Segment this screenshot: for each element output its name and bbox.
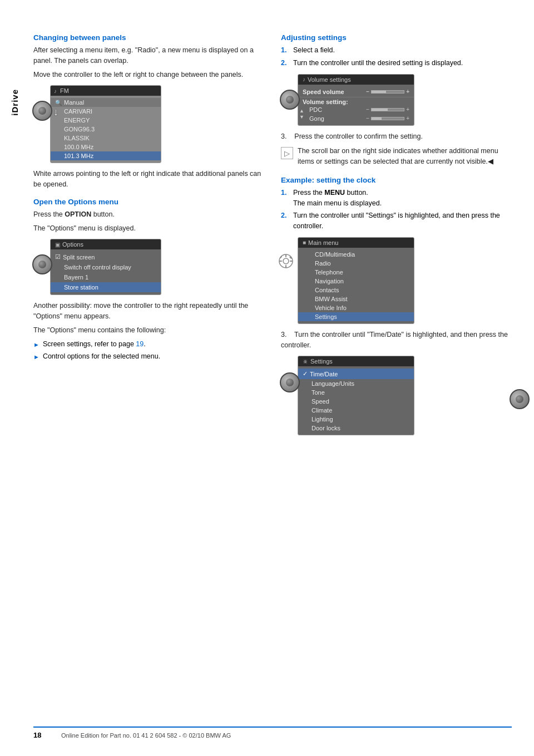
section-adjusting-settings: Adjusting settings 1. Select a field. 2.…	[281, 33, 512, 167]
page-link-19[interactable]: 19	[136, 340, 144, 348]
fm-manual: Manual	[64, 99, 84, 106]
volume-icon: ♪	[303, 76, 305, 82]
clock-step-num-2: 2.	[281, 210, 289, 232]
checkbox-icon: ☑	[55, 253, 61, 261]
volume-header: ♪ Volume settings	[298, 75, 414, 85]
heading-adjusting-settings: Adjusting settings	[281, 33, 512, 42]
options-screen-header: ▣ Options	[51, 239, 161, 249]
step-3-text: 3. Press the controller to confirm the s…	[281, 131, 512, 142]
clock-step-text-1: Press the MENU button.The main menu is d…	[293, 188, 382, 209]
clock-step-text-2: Turn the controller until "Settings" is …	[293, 210, 512, 232]
menu-item-contacts: Contacts	[298, 286, 414, 294]
menu-bold: MENU	[324, 189, 345, 197]
menu-item-settings: Settings	[298, 312, 414, 321]
settings-item-lang: Language/Units	[298, 379, 414, 388]
bullet-item-screen: ► Screen settings, refer to page 19.	[33, 339, 264, 350]
fm-header-label: FM	[60, 87, 69, 94]
speed-volume-row: Speed volume − +	[298, 87, 414, 97]
options-item-split: ☑ Split screen	[51, 252, 161, 262]
para-changing-2: Move the controller to the left or right…	[33, 70, 264, 80]
options-screen-body: ☑ Split screen Switch off control displa…	[51, 249, 161, 294]
bullet-text-screen: Screen settings, refer to page 19.	[43, 339, 146, 350]
volume-header-label: Volume settings	[308, 76, 351, 83]
step-2: 2. Turn the controller until the desired…	[281, 58, 512, 68]
list-item: GONG96.3	[51, 125, 161, 134]
controller-graphic-2	[32, 254, 52, 274]
scroll-indicator-container: ▷ The scroll bar on the right side indic…	[281, 146, 512, 167]
para-options-4: The "Options" menu contains the followin…	[33, 325, 264, 336]
settings-item-timedate: ✓ Time/Date	[298, 369, 414, 379]
speed-volume-label: Speed volume	[303, 89, 344, 95]
main-menu-header: ■ Main menu	[298, 238, 414, 248]
section-changing-panels: Changing between panels After selecting …	[33, 33, 264, 190]
heading-changing-panels: Changing between panels	[33, 33, 264, 42]
step-1: 1. Select a field.	[281, 45, 512, 56]
settings-item-door: Door locks	[298, 424, 414, 433]
settings-icon: ⛯	[303, 359, 308, 365]
list-item: ENERGY	[51, 116, 161, 125]
main-menu-screen: ■ Main menu CD/Multimedia Radio Telephon…	[298, 237, 414, 324]
menu-item-bmw: BMW Assist	[298, 294, 414, 303]
controller-inner	[38, 107, 46, 115]
controller-button	[32, 101, 52, 121]
volume-screen-body: Speed volume − + Volume s	[298, 85, 414, 125]
options-item-bayern: Bayern 1	[51, 272, 161, 282]
left-column: Changing between panels After selecting …	[33, 33, 264, 441]
clock-step-3-text: 3. Turn the controller until "Time/Date"…	[281, 330, 512, 351]
settings-header: ⛯ Settings	[298, 356, 414, 366]
controller-graphic-settings-right	[510, 389, 530, 409]
section-options-menu: Open the Options menu Press the OPTION b…	[33, 198, 264, 362]
volume-setting-label: Volume setting:	[303, 99, 348, 105]
gear-icon-container	[279, 254, 293, 270]
bullet-item-control: ► Control options for the selected menu.	[33, 351, 264, 362]
controller-inner-2	[38, 261, 46, 268]
arrow-down-icon: ▼	[299, 115, 304, 120]
controller-inner-settings-right	[516, 395, 523, 403]
main-menu-icon: ■	[303, 239, 306, 246]
speed-bar-fill	[372, 91, 386, 93]
gong-minus-icon: −	[366, 115, 369, 121]
triangle-right-icon: ▷	[284, 149, 290, 158]
gong-row: Gong − +	[309, 114, 414, 123]
plus-icon: +	[406, 89, 409, 95]
controller-inner-vol	[286, 96, 294, 104]
svg-rect-2	[285, 254, 286, 257]
para-changing-1: After selecting a menu item, e.g. "Radio…	[33, 45, 264, 66]
bullet-text-control: Control options for the selected menu.	[43, 351, 160, 362]
settings-item-climate: Climate	[298, 406, 414, 415]
time-date-label: Time/Date	[310, 371, 338, 377]
pdc-minus-icon: −	[366, 106, 369, 112]
para-options-3: Another possibility: move the controller…	[33, 301, 264, 322]
svg-point-1	[283, 258, 289, 264]
controller-button-vol	[280, 90, 300, 110]
clock-step-num-1: 1.	[281, 188, 289, 209]
scroll-indicator-box: ▷	[281, 147, 293, 159]
options-item-store: Store station	[51, 282, 161, 292]
main-menu-body: CD/Multimedia Radio Telephone Navigation…	[298, 248, 414, 323]
bullet-arrow-icon: ►	[33, 340, 39, 350]
list-item: KLASSIK	[51, 134, 161, 143]
settings-item-lighting: Lighting	[298, 415, 414, 424]
content-area: Changing between panels After selecting …	[33, 33, 512, 441]
para-options-1: Press the OPTION button.	[33, 209, 264, 220]
arrow-up-icon: ▲	[299, 109, 304, 114]
pdc-bar-container: − +	[366, 106, 409, 112]
options-screen: ▣ Options ☑ Split screen Switch off cont…	[50, 239, 161, 295]
para-options-2: The "Options" menu is displayed.	[33, 223, 264, 234]
controller-button-settings-right	[510, 389, 530, 409]
settings-screen-body: ✓ Time/Date Language/Units Tone Speed Cl…	[298, 366, 414, 435]
page-container: iDrive Changing between panels After sel…	[0, 0, 534, 756]
gong-label: Gong	[309, 115, 332, 122]
adjusting-steps-list: 1. Select a field. 2. Turn the controlle…	[281, 45, 512, 68]
search-icon: 🔍	[55, 100, 62, 106]
fm-search-row: 🔍 Manual	[51, 98, 161, 107]
sidebar-label: iDrive	[10, 89, 19, 116]
fm-icon: ♪	[54, 88, 57, 94]
heading-setting-clock: Example: setting the clock	[281, 176, 512, 184]
controller-button-settings	[280, 372, 300, 392]
fm-screen-body: 🔍 Manual CARIVARI ENERGY GONG96.3 KLASSI…	[51, 96, 161, 163]
caption-changing: White arrows pointing to the left or rig…	[33, 169, 264, 190]
clock-step-2: 2. Turn the controller until "Settings" …	[281, 210, 512, 232]
controller-graphic-settings	[280, 372, 300, 392]
clock-steps-list: 1. Press the MENU button.The main menu i…	[281, 188, 512, 232]
